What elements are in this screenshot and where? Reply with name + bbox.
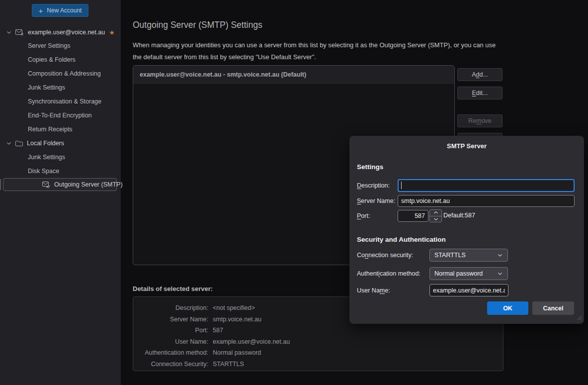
details-row-user-name: User Name: example.user@voice.net.au xyxy=(133,336,503,348)
page-title: Outgoing Server (SMTP) Settings xyxy=(133,20,262,30)
auth-method-value: Normal password xyxy=(434,270,483,277)
ok-button[interactable]: OK xyxy=(487,301,528,315)
outgoing-server-label: Outgoing Server (SMTP) xyxy=(54,181,123,188)
details-label: Authentication method: xyxy=(133,349,208,356)
details-heading: Details of selected server: xyxy=(133,285,213,292)
selection-indicator xyxy=(0,179,1,190)
details-value: smtp.voice.net.au xyxy=(213,316,261,323)
remove-button-label: Remove xyxy=(468,117,492,124)
auth-method-select[interactable]: Normal password xyxy=(429,267,508,280)
port-spinner xyxy=(429,209,442,222)
sidebar-item-composition[interactable]: Composition & Addressing xyxy=(28,67,101,80)
description-label: Description: xyxy=(357,182,390,189)
user-name-label: User Name: xyxy=(357,287,390,294)
chevron-down-icon[interactable] xyxy=(6,140,12,146)
sidebar-item-return-receipts[interactable]: Return Receipts xyxy=(28,123,73,136)
details-row-auth-method: Authentication method: Normal password xyxy=(133,347,503,359)
port-label: Port: xyxy=(357,212,370,219)
sidebar-item-disk-space[interactable]: Disk Space xyxy=(28,165,59,178)
default-account-star-icon: ★ xyxy=(109,29,115,36)
details-row-port: Port: 587 xyxy=(133,325,503,336)
connection-security-label: Connection security: xyxy=(357,252,413,259)
account-email: example.user@voice.net.au xyxy=(28,29,105,36)
details-value: 587 xyxy=(213,327,223,334)
settings-section-heading: Settings xyxy=(357,163,383,171)
spinner-up-icon[interactable] xyxy=(430,210,441,216)
server-name-label: Server Name: xyxy=(357,197,395,204)
sidebar-item-e2e-encryption[interactable]: End-To-End Encryption xyxy=(28,109,92,122)
sidebar-item-outgoing-server[interactable]: Outgoing Server (SMTP) xyxy=(3,178,117,191)
account-settings-sidebar: + New Account example.user@voice.net.au … xyxy=(0,0,121,385)
sidebar-item-junk-settings[interactable]: Junk Settings xyxy=(28,81,65,94)
chevron-down-icon[interactable] xyxy=(6,29,12,35)
new-account-label: New Account xyxy=(47,7,82,14)
outgoing-server-icon xyxy=(42,182,50,188)
details-value: example.user@voice.net.au xyxy=(213,338,290,345)
add-button-label: Add... xyxy=(472,71,488,78)
smtp-server-list-item-label: example.user@voice.net.au - smtp.voice.n… xyxy=(140,71,306,78)
sidebar-local-folders-row[interactable]: Local Folders xyxy=(0,137,121,150)
details-value: Normal password xyxy=(213,349,261,356)
sidebar-account-row[interactable]: example.user@voice.net.au ★ xyxy=(0,26,121,39)
server-name-input[interactable] xyxy=(398,195,575,207)
port-input[interactable] xyxy=(398,210,428,222)
description-input[interactable] xyxy=(398,179,575,192)
details-label: User Name: xyxy=(133,338,208,345)
connection-security-select[interactable]: STARTTLS xyxy=(429,249,508,262)
mail-account-icon xyxy=(15,29,24,36)
sidebar-item-server-settings[interactable]: Server Settings xyxy=(28,39,70,52)
details-value: STARTTLS xyxy=(213,361,244,368)
security-section-heading: Security and Authentication xyxy=(357,236,446,243)
plus-icon: + xyxy=(39,7,43,14)
user-name-input[interactable] xyxy=(429,284,508,296)
smtp-server-dialog: SMTP Server Settings Description: Server… xyxy=(349,136,584,324)
remove-button: Remove xyxy=(457,114,503,127)
details-label: Server Name: xyxy=(133,316,208,323)
details-label: Description: xyxy=(133,304,208,311)
page-description: When managing your identities you can us… xyxy=(133,39,504,63)
add-button[interactable]: Add... xyxy=(457,68,503,81)
details-label: Connection Security: xyxy=(133,361,208,368)
connection-security-value: STARTTLS xyxy=(434,252,466,259)
local-folders-label: Local Folders xyxy=(27,140,64,147)
edit-button-label: Edit... xyxy=(472,90,488,96)
details-label: Port: xyxy=(133,327,208,334)
chevron-down-icon xyxy=(497,252,503,258)
port-default-text: Default:587 xyxy=(443,212,475,219)
smtp-server-list-item[interactable]: example.user@voice.net.au - smtp.voice.n… xyxy=(133,66,454,84)
details-value: <not specified> xyxy=(213,304,255,311)
spinner-down-icon[interactable] xyxy=(430,216,441,222)
sidebar-item-local-junk-settings[interactable]: Junk Settings xyxy=(28,151,65,164)
dialog-title: SMTP Server xyxy=(349,142,584,150)
edit-button[interactable]: Edit... xyxy=(457,87,503,99)
sidebar-item-sync-storage[interactable]: Synchronisation & Storage xyxy=(28,95,101,108)
folder-icon xyxy=(15,140,23,146)
cancel-button[interactable]: Cancel xyxy=(532,301,574,315)
sidebar-item-copies-folders[interactable]: Copies & Folders xyxy=(28,53,76,66)
resize-grip-icon[interactable] xyxy=(576,314,582,322)
new-account-button[interactable]: + New Account xyxy=(32,4,88,17)
details-row-connection-security: Connection Security: STARTTLS xyxy=(133,359,503,370)
chevron-down-icon xyxy=(497,271,503,277)
auth-method-label: Authentication method: xyxy=(357,270,420,277)
account-settings-window: + New Account example.user@voice.net.au … xyxy=(0,0,588,385)
